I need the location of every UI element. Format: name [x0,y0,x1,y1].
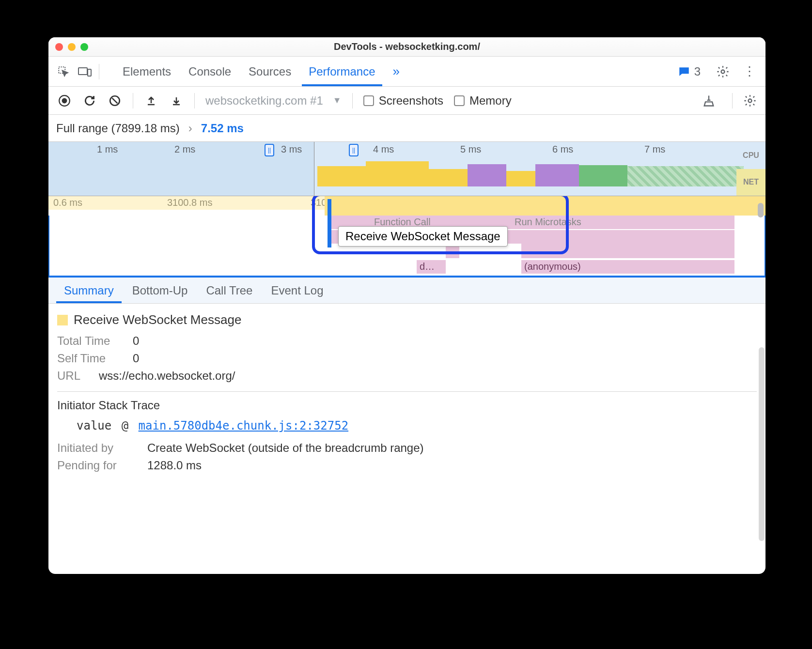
screenshots-checkbox[interactable]: Screenshots [363,94,443,108]
url-value: wss://echo.websocket.org/ [99,369,235,383]
inspect-element-icon[interactable] [56,64,71,79]
clear-button[interactable] [108,93,122,108]
divider [133,93,133,108]
full-range-label[interactable]: Full range (7899.18 ms) [56,122,180,135]
subtab-eventlog[interactable]: Event Log [263,278,331,303]
kebab-menu-icon[interactable]: ⋮ [743,64,756,79]
minimize-window-icon[interactable] [68,43,76,51]
initiated-by-label: Initiated by [57,441,135,455]
stack-fn: value [77,419,111,433]
upload-profile-icon[interactable] [144,93,158,108]
maximize-window-icon[interactable] [80,43,88,51]
overview-side-labels: CPU NET [736,142,765,196]
console-messages-button[interactable]: 3 [678,65,701,78]
screenshots-label: Screenshots [379,94,443,108]
performance-toolbar: websocketking.com #1 ▼ Screenshots Memor… [48,87,765,115]
memory-checkbox[interactable]: Memory [454,94,512,108]
chevron-right-icon: › [188,122,192,135]
pending-for-label: Pending for [57,459,135,472]
flame-chart[interactable]: 0.6 ms 3100.8 ms 3101.0 ms 3101.2 ms 310… [48,196,765,278]
svg-point-5 [62,98,67,103]
total-time-value: 0 [133,334,139,348]
tab-elements[interactable]: Elements [116,57,178,86]
event-title: Receive WebSocket Message [74,312,241,327]
garbage-collect-icon[interactable] [702,94,716,108]
overview-bar [366,161,429,186]
checkbox-icon [454,95,465,106]
tick-label: 3 ms [281,144,302,155]
svg-rect-1 [78,68,87,75]
tick-label: 6 ms [552,144,573,155]
summary-panel: Receive WebSocket Message Total Time0 Se… [48,304,765,472]
record-button[interactable] [57,93,72,108]
capture-settings-icon[interactable] [743,94,757,108]
overview-bar [468,164,506,186]
settings-icon[interactable] [716,65,730,78]
overview-bar [429,169,468,186]
range-handle-right[interactable]: || [349,144,359,156]
tab-console[interactable]: Console [182,57,238,86]
overview-bar [506,171,535,186]
more-tabs-icon[interactable]: » [393,64,400,79]
range-breadcrumb: Full range (7899.18 ms) › 7.52 ms [48,115,765,142]
tab-sources[interactable]: Sources [242,57,298,86]
tick-label: 7 ms [644,144,665,155]
download-profile-icon[interactable] [169,93,184,108]
svg-rect-2 [88,69,91,76]
timeline-overview[interactable]: 1 ms 2 ms 3 ms 4 ms 5 ms 6 ms 7 ms || ||… [48,142,765,196]
divider [194,93,195,108]
reload-button[interactable] [82,93,97,108]
self-time-label: Self Time [57,352,120,365]
caret-down-icon: ▼ [333,95,342,106]
pending-for-value: 1288.0 ms [147,459,202,472]
flame-bar-d[interactable]: d… [417,260,446,274]
selected-event-bar[interactable] [328,199,331,247]
titlebar: DevTools - websocketking.com/ [48,37,765,57]
tick-label: 1 ms [97,144,118,155]
device-toggle-icon[interactable] [78,64,92,79]
top-toolbar: Elements Console Sources Performance » 3… [48,57,765,87]
tick-label: 5 ms [460,144,481,155]
subtab-bottomup[interactable]: Bottom-Up [125,278,196,303]
stack-at: @ [122,419,128,433]
divider [732,93,733,108]
overview-bar [535,164,579,186]
svg-point-3 [721,70,725,73]
tick-label: 2 ms [174,144,195,155]
hover-tooltip: Receive WebSocket Message [338,226,508,247]
event-color-swatch [57,315,68,325]
overview-bar [579,165,627,186]
overview-bar [317,166,366,186]
flame-bar-anonymous[interactable]: (anonymous) [521,260,734,274]
messages-count: 3 [694,65,701,78]
memory-label: Memory [469,94,512,108]
divider [352,93,353,108]
scrollbar-thumb[interactable] [758,203,764,217]
initiated-by-value: Create WebSocket (outside of the breadcr… [147,441,424,455]
self-time-value: 0 [133,352,139,365]
total-time-label: Total Time [57,334,120,348]
divider [99,64,99,79]
tab-performance[interactable]: Performance [302,57,382,86]
url-label: URL [57,369,86,383]
devtools-window: DevTools - websocketking.com/ Elements C… [48,37,765,574]
tick-label: 4 ms [373,144,394,155]
recording-label: websocketking.com #1 [205,94,323,108]
net-label: NET [736,169,765,196]
selected-range[interactable]: 7.52 ms [201,122,244,135]
window-title: DevTools - websocketking.com/ [48,41,765,52]
svg-point-7 [749,99,752,102]
stack-source-link[interactable]: main.5780db4e.chunk.js:2:32752 [139,419,348,433]
subtab-summary[interactable]: Summary [56,278,122,303]
checkbox-icon [363,95,374,106]
close-window-icon[interactable] [55,43,63,51]
vertical-scrollbar[interactable] [759,347,765,568]
recording-selector[interactable]: websocketking.com #1 ▼ [205,94,342,108]
subtab-calltree[interactable]: Call Tree [198,278,260,303]
details-tabs: Summary Bottom-Up Call Tree Event Log [48,278,765,304]
scrollbar-thumb[interactable] [759,347,765,541]
range-handle-left[interactable]: || [265,144,274,156]
overview-bar [627,166,744,186]
cpu-label: CPU [736,142,765,169]
divider [57,391,757,392]
